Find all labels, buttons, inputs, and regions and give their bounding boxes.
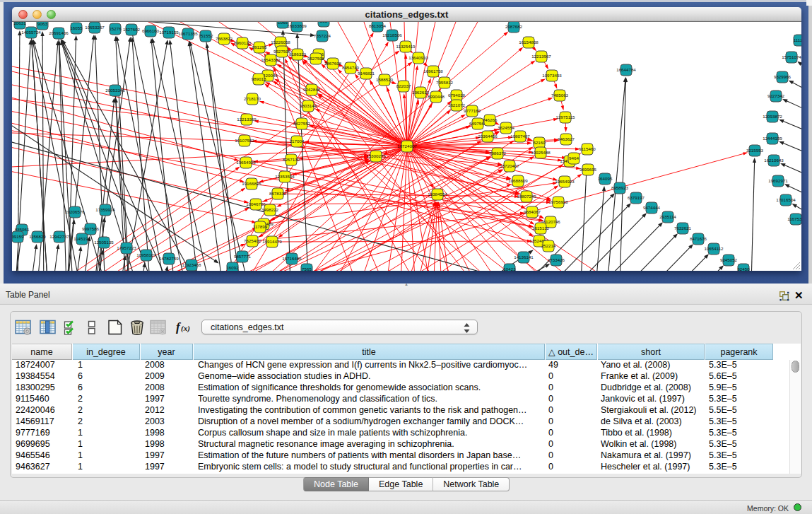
svg-text:8267130: 8267130	[283, 157, 300, 162]
svg-text:6966160: 6966160	[142, 28, 160, 33]
svg-text:751552: 751552	[199, 33, 213, 38]
svg-text:7663822: 7663822	[216, 36, 233, 41]
svg-text:9684067: 9684067	[524, 209, 541, 214]
svg-text:7955812: 7955812	[436, 80, 454, 85]
svg-text:12942737: 12942737	[49, 234, 69, 239]
svg-text:10807487: 10807487	[510, 134, 530, 139]
svg-text:12505135: 12505135	[94, 240, 114, 245]
svg-text:8186323: 8186323	[289, 52, 307, 57]
svg-text:1156829: 1156829	[29, 234, 46, 239]
svg-text:10719155: 10719155	[159, 30, 179, 35]
svg-text:9063: 9063	[37, 22, 47, 26]
svg-text:7625402: 7625402	[244, 238, 261, 243]
svg-text:14055724: 14055724	[21, 30, 41, 35]
svg-text:13640910: 13640910	[408, 55, 428, 60]
svg-text:62160: 62160	[533, 140, 546, 145]
svg-text:9474444: 9474444	[643, 205, 661, 210]
svg-text:16914479: 16914479	[262, 239, 282, 244]
svg-text:11325419: 11325419	[396, 44, 416, 49]
svg-text:17957223: 17957223	[117, 245, 136, 250]
svg-text:19384554: 19384554	[428, 192, 447, 197]
svg-text:8427552: 8427552	[293, 121, 311, 126]
svg-text:2803144: 2803144	[300, 103, 317, 108]
svg-text:10423: 10423	[503, 267, 516, 271]
svg-text:15226058: 15226058	[271, 40, 290, 45]
svg-text:12093872: 12093872	[763, 114, 782, 119]
svg-text:10671355: 10671355	[178, 31, 198, 36]
svg-text:8958923: 8958923	[611, 185, 629, 190]
svg-text:15751074: 15751074	[782, 54, 801, 59]
svg-text:19654923: 19654923	[555, 179, 575, 184]
svg-text:9464: 9464	[569, 156, 579, 160]
svg-text:92450: 92450	[737, 267, 750, 271]
svg-text:9777169: 9777169	[464, 108, 481, 113]
svg-text:10973493: 10973493	[542, 73, 562, 78]
svg-text:20691406: 20691406	[49, 30, 69, 35]
svg-text:2935114: 2935114	[659, 214, 676, 219]
svg-text:19756928: 19756928	[548, 199, 568, 204]
svg-text:1167533: 1167533	[787, 216, 801, 221]
svg-text:10688609: 10688609	[508, 178, 528, 183]
svg-text:16961758: 16961758	[423, 69, 443, 74]
svg-text:217004: 217004	[290, 139, 305, 144]
svg-text:9463627: 9463627	[558, 136, 575, 141]
svg-text:11923468: 11923468	[182, 262, 201, 267]
svg-text:10654112: 10654112	[704, 246, 724, 251]
svg-text:1145194: 1145194	[73, 236, 90, 241]
svg-text:10653267: 10653267	[85, 25, 105, 30]
svg-text:6379197: 6379197	[628, 195, 645, 200]
svg-text:19692971: 19692971	[768, 178, 788, 183]
svg-text:9242848: 9242848	[303, 87, 321, 92]
svg-text:6794028: 6794028	[448, 93, 466, 98]
svg-text:746266: 746266	[483, 117, 498, 122]
svg-text:989013: 989013	[252, 76, 266, 81]
svg-text:9527508: 9527508	[307, 56, 325, 61]
svg-text:117899: 117899	[253, 224, 268, 229]
svg-text:16092: 16092	[226, 265, 239, 270]
svg-text:17359924: 17359924	[95, 207, 115, 212]
svg-text:39159: 39159	[12, 234, 24, 239]
svg-text:1615132: 1615132	[532, 226, 550, 230]
svg-text:16055: 16055	[70, 25, 83, 30]
svg-text:8471676: 8471676	[690, 236, 707, 241]
svg-text:10046786: 10046786	[246, 201, 266, 206]
svg-text:9857771: 9857771	[234, 254, 252, 259]
svg-text:12213967: 12213967	[531, 54, 551, 59]
svg-text:8990448: 8990448	[428, 94, 445, 99]
svg-text:8454749: 8454749	[342, 65, 360, 70]
svg-text:822037: 822037	[396, 83, 411, 88]
svg-text:1621072: 1621072	[448, 103, 466, 107]
svg-text:19166825: 19166825	[242, 181, 261, 186]
svg-text:9146821: 9146821	[358, 71, 375, 76]
svg-text:(x): (x)	[181, 324, 190, 333]
svg-text:9329966: 9329966	[774, 74, 792, 79]
svg-text:12213369: 12213369	[237, 117, 257, 122]
svg-text:19654925: 19654925	[236, 160, 256, 165]
svg-text:17016504: 17016504	[776, 197, 796, 202]
svg-text:16154808: 16154808	[519, 40, 539, 45]
svg-text:16543382: 16543382	[261, 57, 281, 62]
svg-text:1588520: 1588520	[376, 77, 394, 82]
svg-text:2718170: 2718170	[244, 96, 261, 101]
svg-text:8678332: 8678332	[269, 191, 287, 196]
svg-text:10107552: 10107552	[235, 138, 254, 143]
svg-text:10958107: 10958107	[136, 252, 156, 257]
svg-text:15720407: 15720407	[500, 163, 519, 168]
svg-text:12444159: 12444159	[763, 136, 782, 141]
svg-text:8960123: 8960123	[234, 40, 252, 45]
svg-text:18807249: 18807249	[517, 194, 536, 199]
svg-text:305: 305	[320, 22, 328, 23]
svg-text:7565: 7565	[302, 267, 312, 271]
svg-text:7485063: 7485063	[551, 93, 569, 98]
svg-text:9699695: 9699695	[579, 167, 597, 172]
svg-text:891295: 891295	[252, 45, 267, 49]
svg-text:1362615: 1362615	[412, 90, 430, 95]
svg-text:16782759: 16782759	[159, 256, 179, 261]
svg-text:19218506: 19218506	[382, 33, 402, 37]
svg-text:15300275: 15300275	[366, 153, 386, 158]
svg-text:16210643: 16210643	[764, 158, 784, 163]
svg-text:9115460: 9115460	[579, 146, 596, 151]
svg-text:164095: 164095	[598, 176, 613, 181]
svg-text:11121: 11121	[794, 37, 801, 42]
svg-text:15276: 15276	[109, 26, 122, 31]
